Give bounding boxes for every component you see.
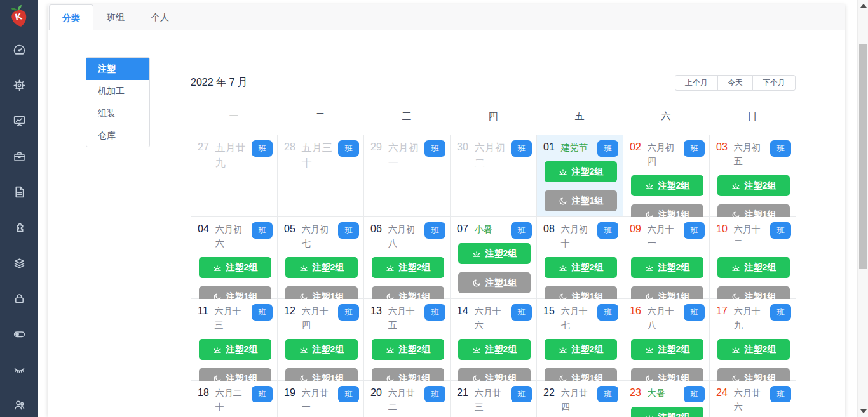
night-shift-button[interactable]: 注塑1组 (458, 272, 531, 293)
layers-icon[interactable] (0, 245, 38, 281)
calendar-cell[interactable]: 16六月十八班注塑2组注塑1组 (623, 299, 710, 381)
calendar-cell[interactable]: 13六月十五班注塑2组注塑1组 (364, 299, 451, 381)
dashboard-gauge-icon[interactable] (0, 32, 38, 67)
day-shift-button[interactable]: 注塑2组 (458, 339, 531, 360)
shift-badge[interactable]: 班 (684, 304, 705, 321)
eye-closed-icon[interactable] (0, 352, 38, 387)
shift-badge[interactable]: 班 (770, 304, 791, 321)
calendar-cell[interactable]: 01建党节班注塑2组注塑1组 (537, 135, 623, 217)
night-shift-button[interactable]: 注塑1组 (545, 190, 617, 211)
app-logo[interactable]: K (3, 1, 36, 34)
category-assembly[interactable]: 组装 (86, 102, 149, 124)
day-shift-button[interactable]: 注塑2组 (631, 175, 703, 196)
calendar-cell[interactable]: 21六月廿三班注塑2组注塑1组 (451, 381, 537, 417)
calendar-cell[interactable]: 04六月初六班注塑2组注塑1组 (191, 217, 278, 299)
shift-badge[interactable]: 班 (684, 222, 705, 239)
day-shift-button[interactable]: 注塑2组 (285, 257, 358, 278)
calendar-cell[interactable]: 09六月十一班注塑2组注塑1组 (623, 217, 710, 299)
shift-badge[interactable]: 班 (597, 140, 618, 157)
shift-badge[interactable]: 班 (424, 222, 445, 239)
day-shift-button[interactable]: 注塑2组 (631, 339, 703, 360)
settings-gear-icon[interactable] (0, 67, 38, 103)
tab-team[interactable]: 班组 (93, 4, 138, 30)
scroll-down-arrow-icon[interactable] (860, 409, 867, 413)
calendar-cell[interactable]: 11六月十三班注塑2组注塑1组 (191, 299, 278, 381)
shift-badge[interactable]: 班 (338, 304, 359, 321)
next-month-button[interactable]: 下个月 (752, 75, 796, 91)
shift-badge[interactable]: 班 (424, 140, 445, 157)
tab-personal[interactable]: 个人 (138, 4, 182, 30)
shift-badge[interactable]: 班 (511, 140, 532, 157)
shift-badge[interactable]: 班 (684, 140, 705, 157)
shift-badge[interactable]: 班 (770, 222, 791, 239)
shift-badge[interactable]: 班 (252, 222, 273, 239)
day-shift-button[interactable]: 注塑2组 (631, 257, 703, 278)
category-machining[interactable]: 机加工 (86, 80, 149, 102)
document-icon[interactable] (0, 174, 38, 209)
shift-badge[interactable]: 班 (338, 140, 359, 157)
calendar-cell[interactable]: 30六月初二班 (451, 135, 537, 217)
day-shift-button[interactable]: 注塑2组 (545, 257, 617, 278)
shift-badge[interactable]: 班 (511, 222, 532, 239)
day-shift-button[interactable]: 注塑2组 (717, 257, 790, 278)
day-shift-button[interactable]: 注塑2组 (199, 339, 271, 360)
shift-badge[interactable]: 班 (597, 386, 618, 402)
shift-badge[interactable]: 班 (511, 386, 532, 402)
shift-badge[interactable]: 班 (597, 222, 618, 239)
shift-badge[interactable]: 班 (684, 386, 705, 402)
calendar-cell[interactable]: 03六月初五班注塑2组注塑1组 (710, 135, 796, 217)
shift-badge[interactable]: 班 (424, 386, 445, 402)
shift-badge[interactable]: 班 (252, 304, 273, 321)
shift-badge[interactable]: 班 (770, 386, 791, 402)
calendar-cell[interactable]: 22六月廿四班注塑2组注塑1组 (537, 381, 623, 417)
calendar-cell[interactable]: 17六月十九班注塑2组注塑1组 (710, 299, 796, 381)
day-shift-button[interactable]: 注塑2组 (717, 175, 790, 196)
calendar-cell[interactable]: 20六月廿二班注塑2组注塑1组 (364, 381, 451, 417)
calendar-cell[interactable]: 15六月十七班注塑2组注塑1组 (537, 299, 623, 381)
tab-category[interactable]: 分类 (49, 4, 93, 30)
shift-badge[interactable]: 班 (424, 304, 445, 321)
briefcase-icon[interactable] (0, 138, 38, 174)
day-shift-button[interactable]: 注塑2组 (545, 339, 617, 360)
shift-badge[interactable]: 班 (597, 304, 618, 321)
calendar-cell[interactable]: 10六月十二班注塑2组注塑1组 (710, 217, 796, 299)
day-shift-button[interactable]: 注塑2组 (372, 339, 444, 360)
puzzle-icon[interactable] (0, 209, 38, 245)
today-button[interactable]: 今天 (717, 75, 753, 91)
prev-month-button[interactable]: 上个月 (675, 75, 718, 91)
category-injection-molding[interactable]: 注塑 (86, 58, 149, 80)
calendar-cell[interactable]: 19六月廿一班注塑2组注塑1组 (278, 381, 364, 417)
day-shift-button[interactable]: 注塑2组 (545, 161, 617, 182)
calendar-cell[interactable]: 05六月初七班注塑2组注塑1组 (278, 217, 364, 299)
day-shift-button[interactable]: 注塑2组 (285, 339, 358, 360)
lock-icon[interactable] (0, 281, 38, 316)
shift-badge[interactable]: 班 (252, 386, 273, 402)
calendar-cell[interactable]: 14六月十六班注塑2组注塑1组 (451, 299, 537, 381)
calendar-cell[interactable]: 02六月初四班注塑2组注塑1组 (623, 135, 710, 217)
monitor-chart-icon[interactable] (0, 103, 38, 138)
calendar-cell[interactable]: 12六月十四班注塑2组注塑1组 (278, 299, 364, 381)
calendar-cell[interactable]: 18六月二十班注塑2组注塑1组 (191, 381, 278, 417)
toggle-icon[interactable] (0, 316, 38, 352)
shift-badge[interactable]: 班 (338, 222, 359, 239)
day-shift-button[interactable]: 注塑2组 (372, 257, 444, 278)
scrollbar-thumb[interactable] (859, 44, 867, 269)
shift-badge[interactable]: 班 (252, 140, 273, 157)
calendar-cell[interactable]: 06六月初八班注塑2组注塑1组 (364, 217, 451, 299)
shift-badge[interactable]: 班 (511, 304, 532, 321)
calendar-cell[interactable]: 28五月三十班 (278, 135, 364, 217)
category-warehouse[interactable]: 仓库 (86, 124, 149, 147)
calendar-cell[interactable]: 27五月廿九班 (191, 135, 278, 217)
user-group-icon[interactable] (0, 387, 38, 417)
day-shift-button[interactable]: 注塑2组 (717, 339, 790, 360)
day-shift-button[interactable]: 注塑2组 (458, 243, 531, 264)
shift-badge[interactable]: 班 (770, 140, 791, 157)
calendar-cell[interactable]: 08六月初十班注塑2组注塑1组 (537, 217, 623, 299)
calendar-cell[interactable]: 24六月廿六班注塑2组注塑1组 (710, 381, 796, 417)
shift-badge[interactable]: 班 (338, 386, 359, 402)
calendar-cell[interactable]: 29六月初一班 (364, 135, 451, 217)
calendar-cell[interactable]: 23大暑班注塑2组注塑1组 (623, 381, 710, 417)
calendar-cell[interactable]: 07小暑班注塑2组注塑1组 (451, 217, 537, 299)
day-shift-button[interactable]: 注塑2组 (631, 407, 703, 417)
scroll-up-arrow-icon[interactable] (860, 4, 867, 8)
